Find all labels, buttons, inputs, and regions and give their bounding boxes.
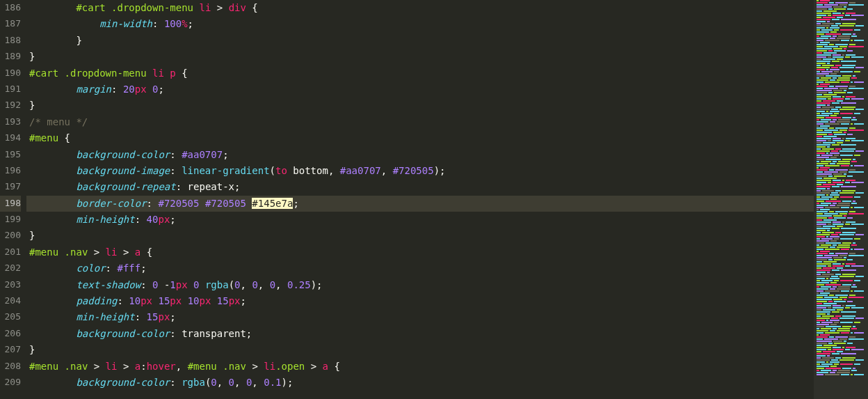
code-line[interactable]: /* menu */ (26, 114, 814, 130)
token-unit: px (158, 311, 170, 322)
token-def: ; (241, 295, 246, 306)
code-line[interactable]: #cart .dropdown-menu li > div { (26, 0, 814, 16)
code-line[interactable]: border-color: #720505 #720505 #145e7a; (26, 196, 814, 212)
code-line[interactable]: padding: 10px 15px 10px 15px; (26, 293, 814, 309)
line-number[interactable]: 196 (0, 163, 21, 179)
code-line[interactable]: } (26, 33, 814, 49)
token-def: > (117, 361, 134, 372)
line-number[interactable]: 199 (0, 212, 21, 228)
code-line[interactable]: text-shadow: 0 -1px 0 rgba(0, 0, 0, 0.25… (26, 277, 814, 293)
line-number[interactable]: 195 (0, 147, 21, 163)
token-def: - (158, 279, 170, 290)
line-number[interactable]: 189 (0, 49, 21, 65)
token-fn: rgba (205, 279, 229, 290)
token-tag: p (170, 68, 175, 79)
line-number[interactable]: 203 (0, 277, 21, 293)
token-unit: px (229, 295, 241, 306)
code-line[interactable]: background-image: linear-gradient(to bot… (26, 163, 814, 179)
token-def: ; (223, 149, 228, 160)
token-hex: #aa0707 (340, 165, 381, 176)
code-line[interactable]: } (26, 97, 814, 114)
line-number[interactable]: 188 (0, 33, 21, 49)
line-number[interactable]: 192 (0, 97, 21, 114)
token-def: : (152, 18, 164, 29)
token-def: > (88, 361, 105, 372)
code-line[interactable]: } (26, 49, 814, 65)
code-line[interactable]: min-width: 100%; (26, 16, 814, 32)
line-number[interactable]: 193 (0, 114, 21, 130)
token-prop: min-height (76, 311, 134, 322)
token-def (58, 247, 64, 258)
minimap[interactable] (814, 0, 868, 399)
line-number[interactable]: 200 (0, 228, 21, 244)
token-prop: background-image (76, 165, 170, 176)
code-editor[interactable]: 1861871881891901911921931941951961971981… (0, 0, 814, 399)
code-line[interactable]: #menu .nav > li > a { (26, 244, 814, 260)
line-number[interactable]: 191 (0, 81, 21, 97)
token-def: > (305, 361, 322, 372)
line-number[interactable]: 204 (0, 293, 21, 309)
token-unit: px (158, 214, 170, 225)
line-number[interactable]: 206 (0, 326, 21, 342)
code-line[interactable]: } (26, 342, 814, 358)
token-def: } (29, 230, 35, 241)
token-cls: .dropdown-menu (111, 2, 193, 13)
token-num: 10 (129, 295, 140, 306)
token-def: { (176, 68, 188, 79)
line-number[interactable]: 197 (0, 179, 21, 195)
token-def (217, 361, 223, 372)
token-def: } (29, 51, 35, 62)
code-line[interactable]: background-color: #aa0707; (26, 147, 814, 163)
token-id: #menu (29, 132, 58, 143)
line-number[interactable]: 209 (0, 375, 21, 391)
token-def: bottom, (287, 165, 340, 176)
code-line[interactable]: background-color: transparent; (26, 326, 814, 342)
code-line[interactable]: } (26, 228, 814, 244)
code-line[interactable]: background-repeat: repeat-x; (26, 179, 814, 195)
code-line[interactable]: #menu .nav > li > a:hover, #menu .nav > … (26, 359, 814, 375)
token-id: #menu (29, 247, 58, 258)
line-number[interactable]: 190 (0, 65, 21, 81)
token-def: , (241, 279, 252, 290)
code-line[interactable]: #cart .dropdown-menu li p { (26, 65, 814, 81)
token-tag: div (229, 2, 246, 13)
token-def: : (140, 361, 146, 372)
code-line[interactable]: min-height: 40px; (26, 212, 814, 228)
line-number[interactable]: 201 (0, 244, 21, 260)
code-line[interactable]: margin: 20px 0; (26, 81, 814, 97)
token-def: { (328, 361, 340, 372)
token-hex: #aa0707 (182, 149, 223, 160)
line-number[interactable]: 205 (0, 309, 21, 325)
token-def (188, 279, 193, 290)
token-num: 15 (147, 311, 159, 322)
token-num: 1 (170, 279, 175, 290)
code-line[interactable]: #menu { (26, 130, 814, 146)
line-number[interactable]: 186 (0, 0, 21, 16)
token-def (58, 361, 64, 372)
line-number[interactable]: 194 (0, 130, 21, 146)
line-number[interactable]: 202 (0, 260, 21, 276)
token-prop: border-color (76, 198, 146, 209)
token-unit: % (182, 18, 187, 29)
token-cmt: /* menu */ (29, 116, 88, 127)
line-number-gutter[interactable]: 1861871881891901911921931941951961971981… (0, 0, 26, 399)
code-area[interactable]: #cart .dropdown-menu li > div { min-widt… (26, 0, 814, 399)
token-prop: min-width (99, 18, 152, 29)
code-line[interactable]: background-color: rgba(0, 0, 0, 0.1); (26, 375, 814, 391)
token-def: : (135, 311, 147, 322)
token-def: ; (140, 263, 146, 274)
line-number[interactable]: 207 (0, 342, 21, 358)
token-tag: li (106, 247, 118, 258)
line-number[interactable]: 187 (0, 16, 21, 32)
token-def: , (258, 279, 270, 290)
token-prop: padding (76, 295, 117, 306)
token-tag: li (106, 361, 118, 372)
line-number[interactable]: 208 (0, 359, 21, 375)
token-cls: .nav (223, 361, 246, 372)
code-line[interactable]: color: #fff; (26, 260, 814, 276)
token-def (182, 295, 187, 306)
line-number[interactable]: 198 (0, 196, 21, 212)
token-prop: background-color (76, 328, 170, 339)
code-line[interactable]: min-height: 15px; (26, 309, 814, 325)
token-def (147, 68, 152, 79)
